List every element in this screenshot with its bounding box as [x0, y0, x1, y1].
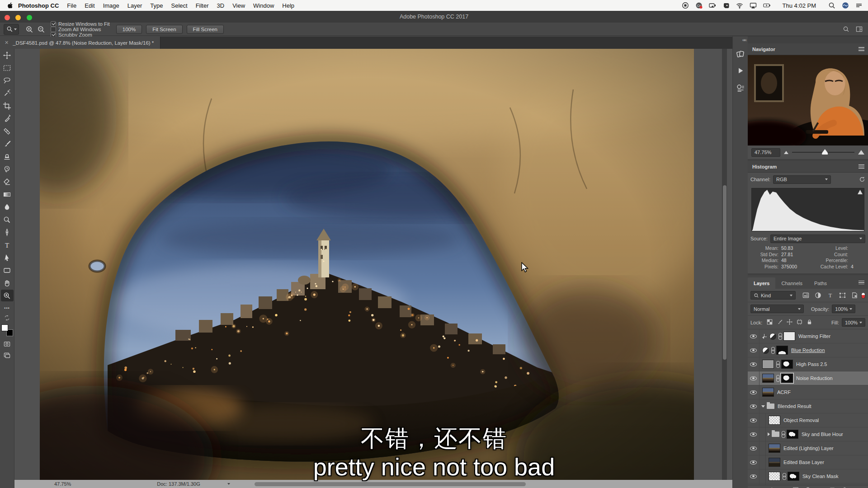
- menu-file[interactable]: File: [67, 2, 76, 9]
- layer-row-original-base-layer[interactable]: Original Base Layer: [748, 483, 868, 485]
- layer-thumbnail[interactable]: [762, 360, 774, 369]
- lock-position-icon[interactable]: [787, 319, 793, 326]
- layer-mask-thumbnail[interactable]: [781, 360, 793, 369]
- layer-row-high-pass-2-5[interactable]: High Pass 2.5: [748, 357, 868, 371]
- source-select[interactable]: Entire Image: [770, 235, 865, 243]
- panel-menu-icon[interactable]: [859, 164, 864, 169]
- layer-filter-kind-select[interactable]: Kind: [750, 291, 796, 300]
- panel-menu-icon[interactable]: [859, 46, 864, 52]
- menu-view[interactable]: View: [232, 2, 245, 9]
- active-tool-preset[interactable]: [4, 24, 19, 35]
- group-expand-icon[interactable]: [761, 405, 765, 408]
- tab-channels[interactable]: Channels: [775, 277, 808, 289]
- layer-mask-thumbnail[interactable]: [776, 346, 788, 355]
- search-icon[interactable]: [843, 26, 849, 33]
- layer-name[interactable]: High Pass 2.5: [796, 361, 827, 367]
- notification-center-icon[interactable]: [855, 2, 863, 9]
- healing-brush-tool[interactable]: [1, 125, 14, 137]
- gradient-tool[interactable]: [1, 188, 14, 200]
- blend-mode-select[interactable]: Normal: [750, 305, 804, 313]
- pen-tool[interactable]: [1, 226, 14, 238]
- channel-select[interactable]: RGB: [773, 175, 831, 184]
- layer-thumbnail[interactable]: [762, 374, 774, 383]
- navigator-slider-thumb[interactable]: [822, 149, 828, 155]
- layer-visibility-toggle[interactable]: [748, 399, 760, 413]
- tab-layers[interactable]: Layers: [748, 277, 775, 289]
- canvas-photo[interactable]: [40, 49, 694, 480]
- type-layer-filter-icon[interactable]: T: [826, 291, 834, 299]
- menu-layer[interactable]: Layer: [127, 2, 142, 9]
- more-tools-button[interactable]: •••: [2, 306, 12, 310]
- spotlight-search-icon[interactable]: [828, 2, 835, 9]
- swap-colors-icon[interactable]: [2, 315, 12, 321]
- tab-paths[interactable]: Paths: [808, 277, 833, 289]
- shape-tool[interactable]: [1, 264, 14, 276]
- layer-visibility-toggle[interactable]: [748, 483, 760, 485]
- eyedropper-tool[interactable]: [1, 113, 14, 124]
- document-tab[interactable]: ✕ _DSF4581.psd @ 47.8% (Noise Reduction,…: [0, 37, 160, 49]
- wifi-icon[interactable]: [736, 2, 744, 9]
- clone-stamp-tool[interactable]: [1, 150, 14, 162]
- move-tool[interactable]: [1, 49, 14, 61]
- layer-thumbnail[interactable]: [762, 388, 774, 397]
- horizontal-scrollbar-thumb[interactable]: [255, 482, 526, 486]
- airplay-icon[interactable]: [750, 2, 757, 9]
- eraser-tool[interactable]: [1, 176, 14, 188]
- layer-row-blue-reduction[interactable]: Blue Reduction: [748, 343, 868, 357]
- display-battery-icon[interactable]: [709, 2, 717, 9]
- dodge-tool[interactable]: [1, 214, 14, 225]
- layer-mask-thumbnail[interactable]: [781, 374, 793, 383]
- actions-play-panel-icon[interactable]: [735, 65, 746, 77]
- zoom-in-button[interactable]: [25, 25, 33, 33]
- screen-mode-button[interactable]: [2, 352, 12, 359]
- fill-field[interactable]: 100%: [842, 318, 865, 327]
- close-tab-icon[interactable]: ✕: [5, 40, 9, 46]
- checkbox-icon[interactable]: [51, 21, 56, 27]
- menu-filter[interactable]: Filter: [196, 2, 209, 9]
- menu-help[interactable]: Help: [282, 2, 294, 9]
- layer-visibility-toggle[interactable]: [748, 357, 760, 371]
- battery-charging-icon[interactable]: [763, 2, 771, 9]
- options-button-100-[interactable]: 100%: [116, 25, 142, 34]
- navigator-zoom-slider[interactable]: [792, 152, 854, 153]
- lock-artboard-icon[interactable]: [797, 319, 802, 326]
- option-checkbox-zoom-all-windows[interactable]: Zoom All Windows: [51, 27, 110, 32]
- layer-filter-toggle[interactable]: [861, 292, 865, 299]
- lock-all-icon[interactable]: [807, 319, 812, 326]
- layer-name[interactable]: Blended Result: [778, 404, 811, 409]
- layer-mask-thumbnail[interactable]: [783, 332, 795, 341]
- option-checkbox-resize-windows-to-fit[interactable]: Resize Windows to Fit: [51, 21, 110, 27]
- collapse-panels-icon[interactable]: ««: [733, 36, 748, 42]
- menu-app-name[interactable]: Photoshop CC: [18, 2, 59, 9]
- adjustments-panel-icon[interactable]: [735, 82, 746, 94]
- minimize-window-button[interactable]: [15, 15, 21, 20]
- quick-mask-button[interactable]: [2, 341, 12, 347]
- uncached-refresh-warning-icon[interactable]: [858, 190, 863, 194]
- layer-row-blended-result[interactable]: Blended Result: [748, 399, 868, 413]
- layer-row-noise-reduction[interactable]: Noise Reduction: [748, 371, 868, 385]
- opacity-field[interactable]: 100%: [832, 305, 855, 313]
- menu-type[interactable]: Type: [150, 2, 163, 9]
- menu-image[interactable]: Image: [103, 2, 119, 9]
- menu-edit[interactable]: Edit: [85, 2, 94, 9]
- layer-name[interactable]: Blue Reduction: [791, 347, 825, 353]
- brush-tool[interactable]: [1, 138, 14, 150]
- blur-tool[interactable]: [1, 201, 14, 213]
- navigator-zoom-field[interactable]: 47.75%: [751, 148, 780, 157]
- history-brush-tool[interactable]: [1, 163, 14, 175]
- layer-row-acrf[interactable]: ACRF: [748, 385, 868, 399]
- options-button-fill-screen[interactable]: Fill Screen: [187, 25, 224, 34]
- lock-paint-icon[interactable]: [777, 319, 783, 326]
- adjustment-layer-filter-icon[interactable]: [814, 291, 822, 299]
- status-zoom-level[interactable]: 47.75%: [54, 481, 71, 487]
- layer-visibility-toggle[interactable]: [748, 371, 760, 385]
- type-tool[interactable]: T: [1, 239, 14, 251]
- layer-visibility-toggle[interactable]: [748, 329, 760, 343]
- path-selection-tool[interactable]: [1, 252, 14, 263]
- layer-visibility-toggle[interactable]: [748, 343, 760, 357]
- clone-source-panel-icon[interactable]: [735, 48, 746, 60]
- menu-select[interactable]: Select: [171, 2, 187, 9]
- options-button-fit-screen[interactable]: Fit Screen: [146, 25, 182, 34]
- lasso-tool[interactable]: [1, 75, 14, 86]
- foreground-color-swatch[interactable]: [1, 324, 8, 331]
